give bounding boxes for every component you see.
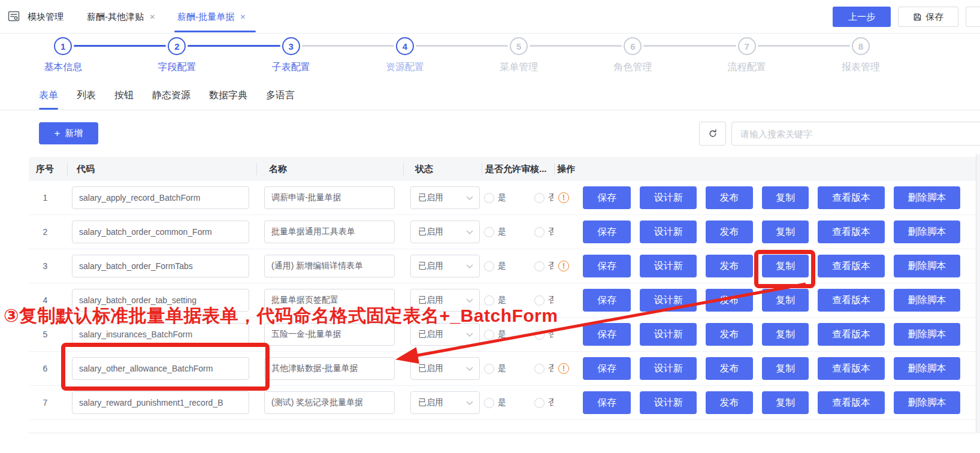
step-number: 7 [744,41,749,52]
vertical-scrollbar[interactable] [976,154,980,433]
tab-label: 薪酬-批量单据 [177,11,234,22]
row-actions: 保存设计新发布复制查看版本删除脚本 [29,249,980,283]
step-label: 角色管理 [613,61,652,74]
col-name: 名称 [269,157,287,181]
subtab-static-resource[interactable]: 静态资源 [152,81,190,110]
step-4[interactable]: 4 资源配置 [348,37,462,79]
add-label: 新增 [65,128,83,139]
action-view-versions-button[interactable]: 查看版本 [818,255,885,277]
subtab-data-dictionary[interactable]: 数据字典 [209,81,247,110]
step-circle: 8 [852,37,870,55]
tab-salary-batch-order[interactable]: 薪酬-批量单据× [177,0,246,33]
close-icon[interactable]: × [240,11,246,22]
action-copy-button[interactable]: 复制 [762,357,809,380]
action-save-button[interactable]: 保存 [583,221,631,243]
step-1[interactable]: 1 基本信息 [6,37,120,79]
action-view-versions-button[interactable]: 查看版本 [818,357,885,380]
action-view-versions-button[interactable]: 查看版本 [818,391,885,414]
action-save-button[interactable]: 保存 [583,186,631,209]
header-divider [67,163,68,175]
action-save-button[interactable]: 保存 [583,289,631,312]
step-circle: 4 [396,37,414,55]
stepper: 1 基本信息 2 字段配置 3 子表配置 4 资源配置 5 菜单管理 6 角色管… [6,37,918,79]
step-label: 基本信息 [44,61,82,74]
col-code: 代码 [77,157,95,181]
action-view-versions-button[interactable]: 查看版本 [818,289,885,312]
row-actions: 保存设计新发布复制查看版本删除脚本 [29,318,980,351]
close-icon[interactable]: × [150,11,155,22]
action-delete-script-button[interactable]: 删除脚本 [894,289,960,312]
action-publish-button[interactable]: 发布 [706,289,753,312]
row-actions: 保存设计新发布复制查看版本删除脚本 [29,283,980,317]
action-delete-script-button[interactable]: 删除脚本 [894,357,960,380]
action-view-versions-button[interactable]: 查看版本 [818,186,885,209]
action-design-new-button[interactable]: 设计新 [640,357,697,380]
step-number: 5 [516,41,521,52]
action-design-new-button[interactable]: 设计新 [640,221,697,243]
action-save-button[interactable]: 保存 [583,357,631,380]
action-publish-button[interactable]: 发布 [706,221,753,243]
subtab-button[interactable]: 按钮 [114,81,134,110]
subtab-multi-language[interactable]: 多语言 [266,81,295,110]
refresh-button[interactable] [699,122,726,146]
previous-step-button[interactable]: 上一步 [833,7,891,27]
action-copy-button[interactable]: 复制 [762,186,809,209]
step-2[interactable]: 2 字段配置 [120,37,234,79]
header-divider [554,163,555,175]
table-row: 7 已启用 是 否 ! 保存设计新发布复制查看版本删除脚本 [29,386,980,420]
table-row: 6 已启用 是 否 ! 保存设计新发布复制查看版本删除脚本 [29,352,980,386]
action-publish-button[interactable]: 发布 [706,255,753,277]
action-delete-script-button[interactable]: 删除脚本 [894,255,960,277]
action-view-versions-button[interactable]: 查看版本 [818,323,885,346]
action-design-new-button[interactable]: 设计新 [640,289,697,312]
table-row: 2 已启用 是 否 ! 保存设计新发布复制查看版本删除脚本 [29,215,980,249]
action-publish-button[interactable]: 发布 [706,357,753,380]
module-icon [7,10,20,23]
step-5[interactable]: 5 菜单管理 [462,37,576,79]
action-design-new-button[interactable]: 设计新 [640,323,697,346]
module-title: 模块管理 [28,0,63,33]
action-delete-script-button[interactable]: 删除脚本 [894,323,960,346]
action-publish-button[interactable]: 发布 [706,186,753,209]
step-6[interactable]: 6 角色管理 [576,37,689,79]
subtab-list[interactable]: 列表 [77,81,96,110]
tab-salary-other-allowance[interactable]: 薪酬-其他津贴× [87,0,155,33]
refresh-icon [708,129,718,138]
add-button[interactable]: + 新增 [39,122,98,144]
step-7[interactable]: 7 流程配置 [690,37,804,79]
subtab-form[interactable]: 表单 [39,81,58,110]
action-copy-button[interactable]: 复制 [762,221,809,243]
step-3[interactable]: 3 子表配置 [234,37,348,79]
action-design-new-button[interactable]: 设计新 [640,255,697,277]
action-delete-script-button[interactable]: 删除脚本 [894,186,960,209]
step-8[interactable]: 8 报表管理 [804,37,918,79]
search-input[interactable] [731,122,980,146]
action-save-button[interactable]: 保存 [583,255,631,277]
action-delete-script-button[interactable]: 删除脚本 [894,221,960,243]
save-button[interactable]: 保存 [898,7,958,27]
action-delete-script-button[interactable]: 删除脚本 [894,391,960,414]
table-body: 1 已启用 是 否 ! 保存设计新发布复制查看版本删除脚本 2 已启用 是 否 … [29,181,980,420]
step-label: 资源配置 [386,61,424,74]
action-publish-button[interactable]: 发布 [706,323,753,346]
action-design-new-button[interactable]: 设计新 [640,391,697,414]
edge-clipped-button[interactable] [966,7,980,27]
step-label: 菜单管理 [500,61,538,74]
action-copy-button[interactable]: 复制 [762,323,809,346]
step-circle: 7 [738,37,756,55]
table-row: 5 已启用 是 否 ! 保存设计新发布复制查看版本删除脚本 [29,318,980,352]
save-icon [913,13,922,22]
action-save-button[interactable]: 保存 [583,323,631,346]
action-copy-button[interactable]: 复制 [762,255,809,277]
action-copy-button[interactable]: 复制 [762,391,809,414]
action-save-button[interactable]: 保存 [583,391,631,414]
action-copy-button[interactable]: 复制 [762,289,809,312]
top-bar: 模块管理 薪酬-其他津贴× 薪酬-批量单据× 上一步 保存 [0,0,980,34]
action-view-versions-button[interactable]: 查看版本 [818,221,885,243]
col-actions: 操作 [557,157,575,181]
plus-icon: + [55,128,61,138]
action-publish-button[interactable]: 发布 [706,391,753,414]
step-label: 报表管理 [842,61,880,74]
row-actions: 保存设计新发布复制查看版本删除脚本 [29,352,980,385]
action-design-new-button[interactable]: 设计新 [640,186,697,209]
